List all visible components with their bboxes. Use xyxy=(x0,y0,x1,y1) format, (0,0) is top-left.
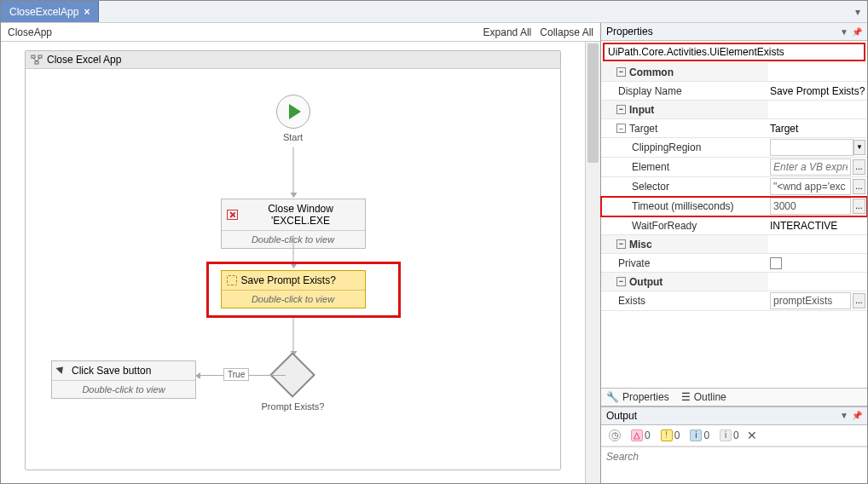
clipping-label: ClippingRegion xyxy=(601,138,768,157)
ellipsis-button[interactable]: ... xyxy=(853,293,865,308)
timeout-label: Timeout (milliseconds) xyxy=(601,197,768,216)
error-filter[interactable]: △0 xyxy=(628,429,653,442)
decision-node[interactable]: Prompt Exists? xyxy=(262,359,325,412)
waitforready-label: WaitForReady xyxy=(601,216,768,234)
exists-input[interactable] xyxy=(770,292,851,309)
selector-input[interactable] xyxy=(770,178,851,195)
click-save-hint: Double-click to view xyxy=(52,381,195,398)
output-search-input[interactable] xyxy=(601,447,867,466)
tab-title: CloseExcelApp xyxy=(9,6,78,18)
ellipsis-button[interactable]: ... xyxy=(853,199,865,214)
display-name-value[interactable]: Save Prompt Exists? xyxy=(770,85,865,97)
start-label: Start xyxy=(276,132,310,142)
svg-line-4 xyxy=(37,58,40,61)
tab-close-icon[interactable]: × xyxy=(84,6,90,18)
arrow-icon xyxy=(292,147,293,197)
element-input[interactable] xyxy=(770,158,851,176)
true-label: True xyxy=(223,368,249,381)
sequence-title: Close Excel App xyxy=(47,54,121,66)
warn-filter[interactable]: !0 xyxy=(658,429,683,442)
wrench-icon: 🔧 xyxy=(606,391,619,403)
tab-bar: CloseExcelApp × ▾ xyxy=(1,1,867,23)
element-exists-icon xyxy=(227,275,237,285)
output-panel-header: Output ▼📌 xyxy=(601,407,867,425)
output-title: Output xyxy=(606,410,637,422)
collapse-icon[interactable]: − xyxy=(616,277,626,286)
breadcrumb: CloseApp Expand All Collapse All xyxy=(1,23,600,42)
breadcrumb-path[interactable]: CloseApp xyxy=(8,26,52,38)
vertical-scrollbar[interactable] xyxy=(585,42,600,483)
outline-icon: ☰ xyxy=(681,391,691,403)
tab-dropdown-icon[interactable]: ▾ xyxy=(848,6,867,18)
timeout-input[interactable] xyxy=(770,198,851,215)
exists-label: Exists xyxy=(601,291,768,310)
svg-rect-0 xyxy=(32,55,35,58)
dropdown-icon[interactable]: ▼ xyxy=(854,140,865,155)
target-label: Target xyxy=(629,123,657,135)
collapse-icon[interactable]: − xyxy=(616,105,626,114)
save-prompt-hint: Double-click to view xyxy=(222,291,365,308)
tab-outline[interactable]: ☰Outline xyxy=(681,391,726,403)
close-window-title: Close Window 'EXCEL.EXE xyxy=(242,203,360,227)
collapse-icon[interactable]: − xyxy=(616,124,626,133)
dropdown-icon[interactable]: ▼ xyxy=(840,411,848,420)
svg-line-3 xyxy=(33,58,37,61)
pin-icon[interactable]: 📌 xyxy=(852,27,862,37)
svg-rect-2 xyxy=(35,61,38,64)
info-filter[interactable]: i0 xyxy=(687,429,712,442)
properties-title: Properties xyxy=(606,26,653,37)
cursor-icon xyxy=(57,365,67,377)
selector-label: Selector xyxy=(601,177,768,196)
clock-filter[interactable]: ◷ xyxy=(606,429,623,442)
expand-all-button[interactable]: Expand All xyxy=(483,26,532,38)
close-window-icon xyxy=(227,210,238,220)
trace-filter[interactable]: i0 xyxy=(717,429,742,442)
output-toolbar: ◷ △0 !0 i0 i0 ✕ xyxy=(601,425,867,447)
element-label: Element xyxy=(601,158,768,176)
play-icon xyxy=(289,104,301,119)
pin-icon[interactable]: 📌 xyxy=(852,411,862,420)
collapse-icon[interactable]: − xyxy=(616,67,626,77)
collapse-all-button[interactable]: Collapse All xyxy=(540,26,593,38)
flowchart-icon xyxy=(31,55,43,65)
display-name-label: Display Name xyxy=(601,82,768,100)
properties-grid: −Common Display Name Save Prompt Exists?… xyxy=(601,63,867,311)
properties-panel-header: Properties ▼ 📌 xyxy=(601,23,867,41)
click-save-activity[interactable]: Click Save button Double-click to view xyxy=(51,360,196,399)
decision-label: Prompt Exists? xyxy=(262,401,325,412)
tab-properties[interactable]: 🔧Properties xyxy=(606,391,669,403)
ellipsis-button[interactable]: ... xyxy=(853,179,865,194)
arrow-icon xyxy=(292,318,293,355)
activity-type-label: UiPath.Core.Activities.UiElementExists xyxy=(603,43,865,61)
collapse-icon[interactable]: − xyxy=(616,239,626,249)
clear-button[interactable]: ✕ xyxy=(747,429,757,442)
panel-tabs: 🔧Properties ☰Outline xyxy=(601,388,867,406)
svg-rect-1 xyxy=(38,55,42,58)
target-value[interactable]: Target xyxy=(770,123,798,135)
ellipsis-button[interactable]: ... xyxy=(853,159,865,175)
dropdown-icon[interactable]: ▼ xyxy=(840,27,848,37)
tab-close-excel-app[interactable]: CloseExcelApp × xyxy=(1,1,99,22)
clipping-input[interactable] xyxy=(770,139,854,156)
start-node[interactable]: Start xyxy=(276,95,310,142)
sequence-container[interactable]: Close Excel App Start xyxy=(25,50,561,470)
waitforready-value[interactable]: INTERACTIVE xyxy=(770,220,837,232)
private-label: Private xyxy=(601,254,768,272)
click-save-title: Click Save button xyxy=(72,365,151,377)
save-prompt-title: Save Prompt Exists? xyxy=(241,274,336,286)
save-prompt-activity[interactable]: Save Prompt Exists? Double-click to view xyxy=(221,270,366,308)
private-checkbox[interactable] xyxy=(770,257,782,269)
